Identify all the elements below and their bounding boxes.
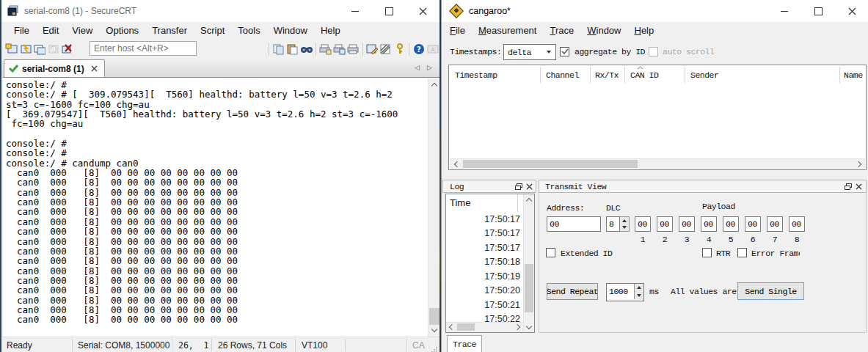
- transmit-float-button[interactable]: [843, 181, 853, 191]
- spin-up-icon[interactable]: [620, 217, 629, 224]
- keymap-icon[interactable]: A: [426, 43, 440, 56]
- payload-byte-input-7[interactable]: [767, 216, 783, 232]
- close-button[interactable]: [406, 0, 440, 22]
- vscroll-thumb[interactable]: [525, 264, 533, 312]
- cangaroo-titlebar[interactable]: cangaroo*: [442, 0, 868, 22]
- menu-item-edit[interactable]: Edit: [36, 23, 65, 38]
- log-row[interactable]: 17:50:17: [484, 214, 520, 224]
- scroll-thumb[interactable]: [429, 308, 440, 325]
- menu-item-options[interactable]: Options: [99, 23, 145, 38]
- column-header-timestamp[interactable]: Timestamp: [455, 65, 497, 80]
- rtr-checkbox[interactable]: [702, 248, 712, 257]
- menu-item-file[interactable]: File: [7, 23, 36, 38]
- connect-in-tab-icon[interactable]: [32, 43, 46, 56]
- interval-spin-buttons[interactable]: [634, 284, 643, 299]
- menu-item-measurement[interactable]: Measurement: [472, 23, 544, 38]
- menu-item-file[interactable]: File: [443, 23, 472, 38]
- timestamps-select[interactable]: delta: [503, 44, 556, 60]
- error-frame-label[interactable]: Error Frame: [751, 249, 800, 258]
- terminal-scrollbar[interactable]: [428, 78, 440, 337]
- vscroll-down-button[interactable]: [524, 323, 534, 331]
- minimize-button[interactable]: [767, 0, 801, 22]
- quick-connect-icon[interactable]: [18, 43, 32, 56]
- hscroll-right-button[interactable]: [514, 323, 522, 331]
- log-row[interactable]: 17:50:19: [484, 271, 520, 282]
- aggregate-checkbox-label[interactable]: aggregate by ID: [575, 47, 645, 56]
- spin-down-icon[interactable]: [620, 224, 629, 232]
- log-row[interactable]: 17:50:17: [484, 243, 520, 253]
- rtr-label[interactable]: RTR: [716, 249, 730, 258]
- resize-grip-icon[interactable]: [431, 345, 438, 352]
- menu-item-window[interactable]: Window: [267, 23, 314, 38]
- log-float-button[interactable]: [514, 181, 524, 191]
- transmit-close-button[interactable]: [853, 181, 864, 191]
- find-icon[interactable]: [299, 43, 313, 56]
- payload-byte-input-5[interactable]: [723, 216, 739, 232]
- repeat-interval-input[interactable]: [607, 284, 634, 299]
- menu-item-trace[interactable]: Trace: [543, 23, 580, 38]
- new-session-icon[interactable]: [4, 43, 18, 56]
- tab-close-icon[interactable]: [91, 65, 98, 72]
- terminal-output[interactable]: console:/ # console:/ # [ 309.079543][ T…: [6, 80, 398, 325]
- menu-item-help[interactable]: Help: [314, 23, 347, 38]
- extended-id-label[interactable]: Extended ID: [561, 249, 612, 258]
- hscroll-left-button[interactable]: [447, 323, 456, 331]
- log-row[interactable]: 17:50:17: [484, 228, 520, 238]
- session-properties-icon[interactable]: [365, 43, 379, 56]
- host-input[interactable]: [90, 41, 197, 56]
- log-vscrollbar[interactable]: [523, 194, 534, 332]
- hscroll-thumb[interactable]: [457, 323, 475, 331]
- address-input[interactable]: [547, 216, 601, 232]
- close-button[interactable]: [835, 0, 868, 22]
- spin-up-icon[interactable]: [635, 284, 643, 292]
- payload-byte-input-4[interactable]: [701, 216, 717, 232]
- scroll-up-button[interactable]: [428, 80, 440, 89]
- tab-trace-bottom[interactable]: Trace: [447, 335, 482, 352]
- log-row[interactable]: 17:50:18: [484, 257, 520, 267]
- payload-byte-input-2[interactable]: [657, 216, 673, 232]
- log-time-header[interactable]: Time: [446, 194, 518, 212]
- column-header-sender[interactable]: Sender: [690, 65, 718, 80]
- dlc-spin-buttons[interactable]: [620, 216, 630, 232]
- log-close-button[interactable]: [524, 181, 534, 191]
- log-hscrollbar[interactable]: [446, 322, 523, 332]
- trace-hscrollbar[interactable]: [450, 158, 865, 169]
- send-single-button[interactable]: Send Single: [737, 282, 804, 300]
- hscroll-right-button[interactable]: [854, 159, 864, 169]
- log-row[interactable]: 17:50:21: [484, 300, 520, 310]
- send-repeat-button[interactable]: Send Repeat: [547, 283, 598, 300]
- autoscroll-checkbox[interactable]: [649, 47, 658, 56]
- hscroll-thumb[interactable]: [463, 160, 638, 168]
- securecrt-titlebar[interactable]: serial-com8 (1) - SecureCRT: [1, 0, 440, 22]
- maximize-button[interactable]: [372, 0, 406, 22]
- dlc-spinner[interactable]: [606, 216, 630, 232]
- dlc-input[interactable]: [606, 216, 620, 232]
- hscroll-left-button[interactable]: [451, 159, 461, 169]
- payload-byte-input-8[interactable]: [789, 216, 805, 232]
- menu-item-window[interactable]: Window: [580, 23, 627, 38]
- minimize-button[interactable]: [338, 0, 372, 22]
- reconnect-icon[interactable]: [46, 43, 60, 56]
- payload-byte-input-1[interactable]: [635, 216, 651, 232]
- log-panel-titlebar[interactable]: Log: [442, 180, 536, 193]
- disconnect-icon[interactable]: [60, 43, 74, 56]
- log-row[interactable]: 17:50:20: [484, 285, 520, 296]
- column-header-rxtx[interactable]: Rx/Tx: [595, 65, 619, 80]
- transmit-panel-titlebar[interactable]: Transmit View: [539, 180, 867, 193]
- menu-item-transfer[interactable]: Transfer: [145, 23, 194, 38]
- tab-scroll-left-icon[interactable]: ◁: [415, 64, 420, 71]
- tab-serial-com8[interactable]: serial-com8 (1): [4, 59, 105, 77]
- maximize-button[interactable]: [801, 0, 835, 22]
- paste-icon[interactable]: [285, 43, 299, 56]
- aggregate-checkbox[interactable]: [560, 47, 569, 56]
- column-header-canid[interactable]: CAN ID: [630, 65, 658, 80]
- extended-id-checkbox[interactable]: [546, 248, 555, 257]
- column-header-channel[interactable]: Channel: [546, 65, 579, 80]
- payload-byte-input-3[interactable]: [679, 216, 695, 232]
- print-icon[interactable]: [346, 43, 360, 56]
- global-options-icon[interactable]: [379, 43, 393, 56]
- scroll-down-button[interactable]: [428, 326, 440, 335]
- payload-byte-input-6[interactable]: [745, 216, 761, 232]
- terminal-area[interactable]: console:/ # console:/ # [ 309.079543][ T…: [3, 77, 440, 337]
- vscroll-up-button[interactable]: [524, 195, 534, 204]
